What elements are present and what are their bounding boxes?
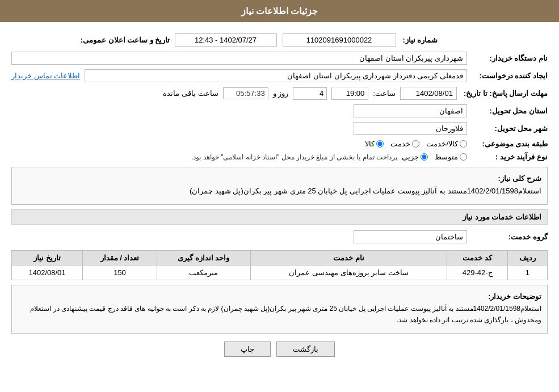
province-value: اصفهان bbox=[354, 104, 467, 117]
deadline-time-label: ساعت: bbox=[373, 89, 396, 98]
deadline-day-label: روز و bbox=[273, 89, 289, 98]
col-qty: تعداد / مقدار bbox=[83, 251, 157, 265]
col-date: تاریخ نیاز bbox=[12, 251, 83, 265]
deadline-date: 1402/08/01 bbox=[400, 87, 457, 100]
cell-date: 1402/08/01 bbox=[12, 265, 83, 280]
purchase-type-note: پرداخت تمام یا بخشی از مبلغ خریدار محل "… bbox=[191, 153, 397, 161]
creator-contact-link[interactable]: اطلاعات تماس خریدار bbox=[11, 71, 80, 80]
buyer-org-value: شهرداری پیربکران استان اصفهان bbox=[11, 52, 467, 65]
cell-code: ج-42-429 bbox=[447, 265, 507, 280]
city-label: شهر محل تحویل: bbox=[474, 124, 548, 133]
creator-label: ایجاد کننده درخواست: bbox=[474, 71, 548, 80]
deadline-time: 19:00 bbox=[331, 87, 368, 100]
purchase-type-jozi[interactable]: جزیی bbox=[402, 153, 428, 161]
cell-name: ساخت سایر پروژه‌های مهندسی عمران bbox=[250, 265, 447, 280]
col-unit: واحد اندازه گیری bbox=[157, 251, 250, 265]
cell-unit: مترمکعب bbox=[157, 265, 250, 280]
back-button[interactable]: بازگشت bbox=[276, 342, 335, 357]
creator-value: قدمعلی کریمی دفتردار شهرداری پیربکران اس… bbox=[85, 69, 467, 82]
category-label: طبقه بندی موضوعی: bbox=[474, 140, 548, 148]
category-option-kala[interactable]: کالا bbox=[365, 140, 384, 148]
description-value: استعلام1402/2/01/1598مستند به آنالیز پیو… bbox=[18, 185, 541, 197]
buyer-notes-label: توضیحات خریدار: bbox=[488, 292, 541, 301]
page-title: جزئیات اطلاعات نیاز bbox=[241, 6, 318, 16]
cell-qty: 150 bbox=[83, 265, 157, 280]
purchase-type-radio-group: متوسط جزیی bbox=[402, 153, 467, 161]
cell-row: 1 bbox=[507, 265, 547, 280]
purchase-type-motavaset[interactable]: متوسط bbox=[435, 153, 467, 161]
button-row: بازگشت چاپ bbox=[11, 342, 548, 357]
services-section-title: اطلاعات خدمات مورد نیاز bbox=[11, 209, 548, 225]
purchase-type-label: نوع فرآیند خرید : bbox=[474, 153, 548, 161]
announce-date-value: 1402/07/27 - 12:43 bbox=[175, 33, 277, 47]
description-label: شرح کلی نیاز: bbox=[498, 174, 541, 183]
page-header: جزئیات اطلاعات نیاز bbox=[0, 0, 559, 22]
col-name: نام خدمت bbox=[250, 251, 447, 265]
deadline-remaining: 05:57:33 bbox=[223, 87, 268, 99]
category-option-khedmat[interactable]: خدمت bbox=[390, 140, 419, 148]
deadline-remaining-label: ساعت باقی مانده bbox=[163, 89, 218, 98]
deadline-label: مهلت ارسال پاسخ: تا تاریخ: bbox=[464, 89, 548, 98]
table-row: 1 ج-42-429 ساخت سایر پروژه‌های مهندسی عم… bbox=[12, 265, 548, 280]
need-number-label: شماره نیاز: bbox=[403, 36, 438, 44]
category-radio-group: کالا/خدمت خدمت کالا bbox=[365, 140, 467, 148]
need-number-value: 1102091691000022 bbox=[283, 33, 396, 47]
buyer-notes-value: استعلام1402/2/01/1598مستند به آنالیز پیو… bbox=[18, 303, 541, 326]
col-row: ردیف bbox=[507, 251, 547, 265]
services-table: ردیف کد خدمت نام خدمت واحد اندازه گیری ت… bbox=[11, 250, 548, 280]
deadline-days: 4 bbox=[293, 87, 327, 100]
print-button[interactable]: چاپ bbox=[224, 342, 271, 357]
announce-date-label: تاریخ و ساعت اعلان عمومی: bbox=[81, 36, 170, 44]
service-group-value: ساختمان bbox=[354, 230, 467, 243]
col-code: کد خدمت bbox=[447, 251, 507, 265]
service-group-label: گروه خدمت: bbox=[474, 233, 548, 241]
province-label: استان محل تحویل: bbox=[474, 107, 548, 115]
city-value: فلاورجان bbox=[354, 122, 467, 135]
buyer-org-label: نام دستگاه خریدار: bbox=[474, 54, 548, 62]
category-option-kala-khedmat[interactable]: کالا/خدمت bbox=[426, 140, 467, 148]
